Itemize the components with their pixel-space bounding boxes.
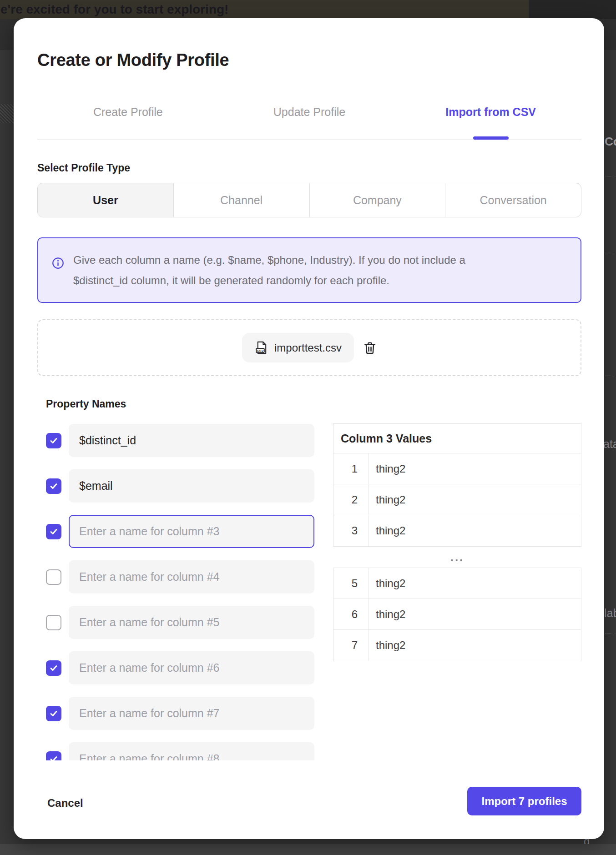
check-icon [49, 482, 58, 491]
info-banner-line2: $distinct_id column, it will be generate… [73, 270, 465, 291]
background-gridline [605, 176, 616, 176]
background-gridline [605, 633, 616, 634]
row-value: thing2 [369, 599, 581, 629]
check-icon [49, 754, 58, 761]
table-row: 7 thing2 [333, 630, 581, 661]
property-checkbox-4[interactable] [46, 569, 61, 585]
row-index: 7 [333, 630, 369, 661]
property-checkbox-3[interactable] [46, 524, 61, 539]
table-header: Column 3 Values [333, 424, 581, 453]
property-name-input-4[interactable] [69, 560, 314, 593]
row-value: thing2 [369, 453, 581, 484]
property-row [46, 515, 314, 548]
property-row [46, 424, 314, 457]
check-icon [49, 664, 58, 673]
screen: e're excited for you to start exploring!… [0, 0, 616, 855]
trash-icon [363, 341, 377, 355]
select-profile-type-label: Select Profile Type [37, 162, 130, 174]
row-index: 3 [333, 515, 369, 546]
column-values-table-top: Column 3 Values 1 thing2 2 thing2 3 thin… [333, 423, 581, 547]
background-bottom-band [0, 844, 616, 855]
info-banner-line1: Give each column a name (e.g. $name, $ph… [73, 250, 465, 270]
table-row: 1 thing2 [333, 453, 581, 484]
property-checkbox-5[interactable] [46, 615, 61, 630]
profile-type-conversation[interactable]: Conversation [445, 183, 581, 217]
property-checkbox-6[interactable] [46, 660, 61, 676]
property-row [46, 697, 314, 730]
uploaded-file-name: importtest.csv [274, 342, 342, 354]
property-name-input-2[interactable] [69, 469, 314, 503]
property-name-input-1[interactable] [69, 424, 314, 457]
profile-type-company[interactable]: Company [309, 183, 445, 217]
property-row [46, 742, 314, 760]
table-row: 6 thing2 [333, 599, 581, 630]
tab-update-profile[interactable]: Update Profile [219, 102, 400, 122]
tab-import-from-csv[interactable]: Import from CSV [400, 102, 581, 122]
check-icon [49, 527, 58, 536]
table-row: 5 thing2 [333, 568, 581, 599]
active-tab-indicator [473, 136, 509, 140]
info-banner-text: Give each column a name (e.g. $name, $ph… [73, 238, 465, 302]
check-icon [49, 436, 58, 445]
property-row [46, 560, 314, 593]
row-index: 1 [333, 453, 369, 484]
dialog-title: Create or Modify Profile [37, 50, 229, 70]
property-row [46, 651, 314, 684]
dialog-tabs: Create Profile Update Profile Import fro… [37, 102, 581, 122]
property-checkbox-2[interactable] [46, 478, 61, 494]
create-or-modify-profile-dialog: Create or Modify Profile Create Profile … [14, 18, 604, 839]
column-values-table-bottom: 5 thing2 6 thing2 7 thing2 [333, 568, 581, 661]
row-value: thing2 [369, 568, 581, 598]
background-text-fragment: Co [605, 135, 616, 149]
background-banner-text: e're excited for you to start exploring! [0, 2, 228, 17]
check-icon [49, 709, 58, 718]
property-name-input-6[interactable] [69, 651, 314, 684]
property-name-input-3[interactable] [69, 515, 314, 548]
background-gridline [605, 254, 616, 254]
row-index: 6 [333, 599, 369, 629]
row-value: thing2 [369, 484, 581, 515]
property-row [46, 469, 314, 503]
property-names-list [46, 424, 314, 760]
tab-create-profile[interactable]: Create Profile [37, 102, 219, 122]
import-profiles-button[interactable]: Import 7 profiles [467, 787, 581, 815]
property-checkbox-7[interactable] [46, 706, 61, 721]
background-text-fragment: ata [603, 438, 616, 451]
info-banner: Give each column a name (e.g. $name, $ph… [37, 237, 581, 303]
svg-text:CSV: CSV [257, 349, 264, 353]
profile-type-channel[interactable]: Channel [173, 183, 309, 217]
delete-file-button[interactable] [363, 341, 377, 355]
uploaded-file-chip: CSV importtest.csv [242, 333, 354, 362]
background-gridline [605, 376, 616, 376]
background-banner-dark-area [529, 0, 616, 19]
table-row: 3 thing2 [333, 515, 581, 546]
row-value: thing2 [369, 630, 581, 661]
profile-type-segmented-control: User Channel Company Conversation [37, 183, 581, 217]
cancel-button[interactable]: Cancel [47, 797, 83, 810]
profile-type-user[interactable]: User [38, 183, 173, 217]
property-name-input-8[interactable] [69, 742, 314, 760]
property-name-input-7[interactable] [69, 697, 314, 730]
property-checkbox-8[interactable] [46, 751, 61, 761]
property-row [46, 606, 314, 639]
column-values-preview: Column 3 Values 1 thing2 2 thing2 3 thin… [333, 423, 581, 661]
row-index: 2 [333, 484, 369, 515]
table-row: 2 thing2 [333, 484, 581, 515]
background-texture [0, 104, 14, 123]
csv-dropzone[interactable]: CSV importtest.csv [37, 319, 581, 376]
row-value: thing2 [369, 515, 581, 546]
background-text-fragment: lab [604, 607, 616, 620]
property-names-label: Property Names [46, 398, 126, 410]
info-icon [52, 257, 64, 269]
property-checkbox-1[interactable] [46, 433, 61, 448]
property-name-input-5[interactable] [69, 606, 314, 639]
row-index: 5 [333, 568, 369, 598]
background-banner: e're excited for you to start exploring! [0, 0, 616, 19]
csv-file-icon: CSV [254, 341, 268, 355]
table-ellipsis: ... [333, 547, 581, 568]
